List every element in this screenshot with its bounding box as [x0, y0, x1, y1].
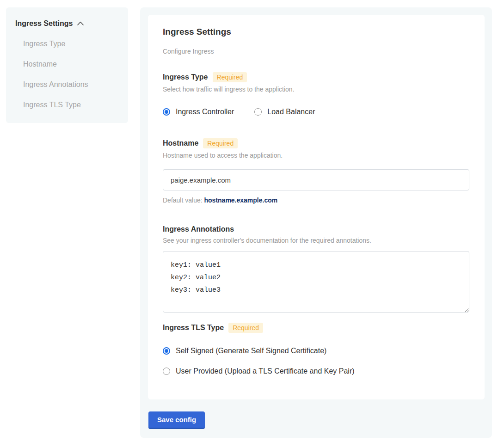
sidebar-item-hostname[interactable]: Hostname	[15, 60, 119, 68]
sidebar-group-label: Ingress Settings	[15, 19, 73, 28]
radio-unselected-icon[interactable]	[163, 368, 170, 375]
radio-self-signed[interactable]: Self Signed (Generate Self Signed Certif…	[163, 347, 470, 355]
hostname-default-line: Default value: hostname.example.com	[163, 196, 470, 204]
radio-ingress-controller-label: Ingress Controller	[176, 108, 234, 116]
save-config-button[interactable]: Save config	[148, 411, 205, 429]
page-title: Ingress Settings	[163, 27, 470, 37]
radio-user-provided-label: User Provided (Upload a TLS Certificate …	[176, 367, 355, 375]
section-ingress-tls-type: Ingress TLS Type Required Self Signed (G…	[163, 323, 470, 375]
required-badge: Required	[228, 323, 263, 333]
sidebar-item-ingress-type[interactable]: Ingress Type	[15, 40, 119, 48]
radio-load-balancer[interactable]: Load Balancer	[254, 108, 315, 116]
config-nav-sidebar: Ingress Settings Ingress Type Hostname I…	[6, 7, 128, 123]
ingress-annotations-label: Ingress Annotations	[163, 225, 234, 233]
section-ingress-annotations: Ingress Annotations See your ingress con…	[163, 225, 470, 313]
ingress-annotations-textarea[interactable]: key1: value1 key2: value2 key3: value3	[163, 251, 469, 313]
section-ingress-type: Ingress Type Required Select how traffic…	[163, 72, 470, 116]
ingress-type-label: Ingress Type	[163, 73, 208, 81]
sidebar-item-list: Ingress Type Hostname Ingress Annotation…	[15, 40, 119, 109]
radio-unselected-icon[interactable]	[254, 108, 262, 116]
default-value-prefix: Default value:	[163, 196, 204, 204]
config-panel: Ingress Settings Configure Ingress Ingre…	[140, 7, 492, 438]
section-hostname: Hostname Required Hostname used to acces…	[163, 138, 470, 204]
tls-type-radio-group: Self Signed (Generate Self Signed Certif…	[163, 347, 470, 375]
radio-self-signed-label: Self Signed (Generate Self Signed Certif…	[176, 347, 326, 355]
default-value-text: hostname.example.com	[204, 196, 278, 204]
page-subtitle: Configure Ingress	[163, 48, 470, 55]
chevron-up-icon	[77, 21, 84, 26]
sidebar-item-ingress-tls-type[interactable]: Ingress TLS Type	[15, 101, 119, 109]
radio-selected-icon[interactable]	[163, 347, 170, 355]
ingress-settings-card: Ingress Settings Configure Ingress Ingre…	[148, 15, 485, 399]
ingress-tls-type-label: Ingress TLS Type	[163, 324, 224, 332]
hostname-help: Hostname used to access the application.	[163, 152, 470, 159]
radio-user-provided[interactable]: User Provided (Upload a TLS Certificate …	[163, 367, 470, 375]
sidebar-item-ingress-annotations[interactable]: Ingress Annotations	[15, 80, 119, 89]
hostname-label: Hostname	[163, 139, 198, 147]
ingress-type-help: Select how traffic will ingress to the a…	[163, 86, 470, 93]
required-badge: Required	[213, 72, 247, 82]
radio-load-balancer-label: Load Balancer	[267, 108, 315, 116]
ingress-annotations-help: See your ingress controller's documentat…	[163, 237, 470, 244]
required-badge: Required	[203, 138, 238, 148]
sidebar-group-ingress-settings[interactable]: Ingress Settings	[15, 19, 119, 28]
radio-ingress-controller[interactable]: Ingress Controller	[163, 108, 234, 116]
hostname-input[interactable]	[163, 169, 469, 190]
radio-selected-icon[interactable]	[163, 108, 170, 116]
ingress-type-radio-group: Ingress Controller Load Balancer	[163, 108, 470, 116]
